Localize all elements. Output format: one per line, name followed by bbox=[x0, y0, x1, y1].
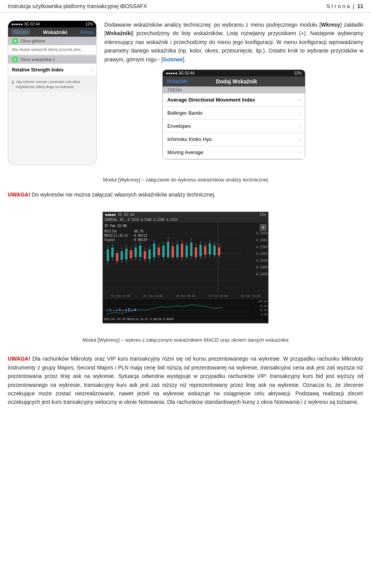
uwaga2: UWAGA! Dla rachunków Mikroloty oraz VIP … bbox=[8, 354, 363, 406]
chart-body: 25 Feb 22:00 RSI(14) 48.76 MACD(12,26,9)… bbox=[103, 222, 268, 294]
chart-section: ●●●●● 3G 02:44 12% EURPLN, H1, 4.1519 4.… bbox=[0, 206, 371, 329]
header-right-label: S t r o n a | 11 bbox=[327, 3, 363, 9]
chart-mockup: ●●●●● 3G 02:44 12% EURPLN, H1, 4.1519 4.… bbox=[102, 212, 269, 324]
chart-svg bbox=[103, 222, 242, 294]
svg-rect-69 bbox=[134, 308, 136, 311]
phone2-status-bar: ●●●●● 3G 02:44 12% bbox=[163, 70, 305, 76]
uwaga1-label: UWAGA! bbox=[8, 191, 30, 198]
phone1-add-icon[interactable]: + bbox=[12, 38, 18, 44]
chart-price-axis: 4.1610 4.1601 4.1569 4.1563 4.1530 4.149… bbox=[256, 230, 267, 278]
uwaga1-section: UWAGA! Do wykresów nie można załączać wł… bbox=[0, 190, 371, 206]
paragraph1: Dodawanie wskaźników analizy technicznej… bbox=[104, 20, 363, 64]
uwaga2-label: UWAGA! bbox=[8, 356, 30, 362]
caption1: Moduł [Wykresy] – załączanie do wykresu … bbox=[8, 177, 363, 183]
link-wskazniki: Wskaźniki bbox=[106, 30, 132, 36]
phone2-nav-title: Dodaj Wskaźnik bbox=[216, 78, 257, 85]
link-wkresy: Wkresy bbox=[321, 22, 340, 28]
phone2-list-item-2[interactable]: Envelopes › bbox=[163, 120, 305, 133]
phone1-section1-header: + Okno główne bbox=[8, 37, 96, 45]
caption2-section: Moduł [Wykresy] – wykres z załączonym ws… bbox=[0, 329, 371, 351]
phone1-note-icon: ℹ bbox=[12, 80, 14, 85]
phone1-hint: Aby dodać wskaźnik kliknij przycisk plus… bbox=[8, 45, 96, 54]
chart-sub-panel: 100.00 70.00 30.00 0.00 RSI(14) 65.29 MA… bbox=[103, 298, 268, 322]
phone2-chevron-2: › bbox=[299, 123, 300, 129]
chart-pair: EURPLN, H1, 4.1519 4.1546 4.1509 4.1533 bbox=[105, 218, 178, 222]
main-content: ●●●●● 3G 02:44 12% Wykres Wskaźniki Edyc… bbox=[0, 17, 371, 169]
phone2-list-item-1[interactable]: Bollinger Bands › bbox=[163, 107, 305, 120]
phone2-chevron-3: › bbox=[299, 136, 300, 142]
phone1-add-icon-2[interactable]: + bbox=[12, 56, 18, 63]
svg-rect-67 bbox=[128, 308, 130, 311]
phone2-back-button[interactable]: Wskaźniki bbox=[167, 79, 187, 84]
uwaga2-text: Dla rachunków Mikroloty oraz VIP kurs tr… bbox=[8, 356, 363, 405]
caption2: Moduł [Wykresy] – wykres z załączonym ws… bbox=[8, 337, 363, 343]
phone1-nav-title: Wskaźniki bbox=[43, 29, 67, 35]
phone1-note: ℹ Aby zmienić rozmiar i przenieść sub-ok… bbox=[8, 76, 96, 92]
chart-sub-info: RSI(14) 65.29 MACD(12,26,9) 0.00139 0.00… bbox=[104, 318, 174, 321]
svg-rect-60 bbox=[107, 310, 108, 311]
svg-rect-68 bbox=[131, 309, 133, 311]
chart-time-labels: 21 Feb 21:00 24 Feb 14:00 25 Feb 06:00 2… bbox=[103, 294, 268, 298]
phone2-nav-bar: Wskaźniki Dodaj Wskaźnik bbox=[163, 76, 305, 86]
svg-rect-63 bbox=[116, 309, 117, 311]
phone2-list-item-3[interactable]: Ichimoku Kinko Hyo › bbox=[163, 133, 305, 146]
header-left-label: Instrukcja użytkownika platformy transak… bbox=[8, 3, 147, 9]
phone1-section2-header: + Okno wskaźnika 1 bbox=[8, 55, 96, 64]
phone2-list-item-0[interactable]: Average Directional Movement Index › bbox=[163, 93, 305, 107]
svg-rect-61 bbox=[110, 309, 111, 311]
phone2-chevron-4: › bbox=[299, 149, 300, 155]
svg-rect-62 bbox=[113, 310, 114, 311]
uwaga2-section: UWAGA! Dla rachunków Mikroloty oraz VIP … bbox=[0, 351, 371, 414]
phone-mockup-2: ●●●●● 3G 02:44 12% Wskaźniki Dodaj Wskaź… bbox=[162, 69, 305, 159]
phone2-chevron-0: › bbox=[299, 97, 300, 103]
svg-rect-65 bbox=[122, 310, 124, 311]
phone-mockup-1: ●●●●● 3G 02:44 12% Wykres Wskaźniki Edyc… bbox=[8, 20, 97, 165]
phone1-status-bar: ●●●●● 3G 02:44 12% bbox=[8, 21, 96, 27]
phone1-body: + Okno główne Aby dodać wskaźnik kliknij… bbox=[8, 37, 96, 92]
link-gotowe: Gotowe bbox=[163, 56, 183, 63]
phone2-chevron-1: › bbox=[299, 110, 300, 116]
phone2-section-label: Trend bbox=[163, 86, 305, 93]
phone2-list-item-4[interactable]: Moving Average › bbox=[163, 146, 305, 159]
uwaga1: UWAGA! Do wykresów nie można załączać wł… bbox=[8, 190, 363, 199]
page-header: Instrukcja użytkownika platformy transak… bbox=[0, 0, 371, 13]
phone1-edit-button[interactable]: Edycja bbox=[80, 30, 93, 34]
chart-status-bar: ●●●●● 3G 02:44 12% bbox=[103, 212, 268, 217]
svg-rect-66 bbox=[125, 309, 127, 311]
phone1-back-button[interactable]: Wykres bbox=[11, 29, 30, 35]
phone1-chevron-icon: › bbox=[90, 67, 92, 73]
phone1-indicator-item[interactable]: Relative Strength Index › bbox=[8, 64, 96, 76]
caption1-section: Moduł [Wykresy] – załączanie do wykresu … bbox=[0, 169, 371, 190]
svg-rect-64 bbox=[119, 308, 121, 311]
uwaga1-text: Do wykresów nie można załączać własnych … bbox=[32, 191, 215, 198]
chart-sub-labels: 100.00 70.00 30.00 0.00 bbox=[258, 300, 267, 317]
phone1-nav-bar: Wykres Wskaźniki Edycja bbox=[8, 27, 96, 37]
text-content-right: Dodawanie wskaźników analizy technicznej… bbox=[104, 20, 363, 165]
phone2-body: Trend Average Directional Movement Index… bbox=[163, 86, 305, 159]
